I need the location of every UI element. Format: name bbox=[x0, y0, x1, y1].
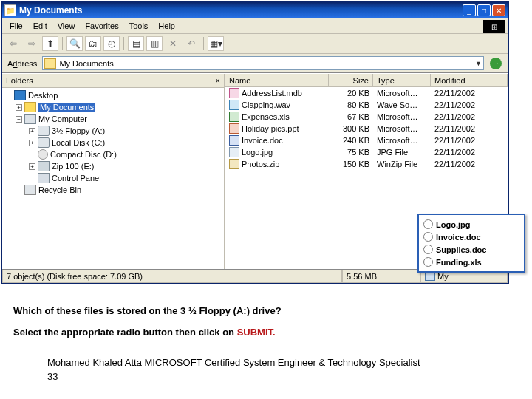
zip-drive-icon bbox=[38, 161, 50, 171]
menu-bar: File Edit View Favorites Tools Help ⊞ bbox=[2, 18, 508, 34]
answer-popup: Logo.jpgInvoice.docSupplies.docFunding.x… bbox=[417, 214, 525, 273]
delete-button[interactable]: ✕ bbox=[165, 36, 181, 51]
undo-button[interactable]: ↶ bbox=[183, 36, 200, 51]
history-button[interactable]: ◴ bbox=[103, 36, 120, 51]
menu-view[interactable]: View bbox=[53, 20, 80, 32]
table-row[interactable]: Logo.jpg75 KBJPG File22/11/2002 bbox=[225, 146, 508, 158]
file-icon bbox=[229, 88, 239, 98]
status-totalsize: 5.56 MB bbox=[342, 270, 420, 283]
go-icon: → bbox=[490, 58, 502, 69]
computer-icon bbox=[24, 114, 36, 124]
footer-text: Mohamed Khaled Atta MICROSOFT Certified … bbox=[47, 357, 532, 368]
title-bar[interactable]: 📁 My Documents _ □ ✕ bbox=[2, 2, 508, 18]
radio-input[interactable] bbox=[423, 219, 433, 229]
file-icon bbox=[229, 135, 239, 146]
folder-icon: 📁 bbox=[4, 4, 16, 16]
folder-icon bbox=[44, 58, 56, 69]
menu-help[interactable]: Help bbox=[154, 20, 180, 32]
computer-icon bbox=[425, 272, 435, 281]
folders-button[interactable]: 🗂 bbox=[85, 36, 101, 51]
tree-my-documents[interactable]: +My Documents bbox=[4, 101, 222, 113]
file-icon bbox=[229, 123, 239, 134]
cd-icon bbox=[38, 149, 48, 160]
close-button[interactable]: ✕ bbox=[492, 4, 505, 16]
table-row[interactable]: Clapping.wav80 KBWave So…22/11/2002 bbox=[225, 99, 508, 111]
recycle-bin-icon bbox=[24, 185, 36, 195]
radio-option[interactable]: Supplies.doc bbox=[423, 243, 519, 256]
tree-control-panel[interactable]: Control Panel bbox=[4, 172, 222, 184]
go-button[interactable]: → bbox=[487, 58, 505, 69]
tree-zip[interactable]: +Zip 100 (E:) bbox=[4, 160, 222, 172]
dropdown-icon[interactable]: ▼ bbox=[475, 60, 482, 67]
tree-local-disk[interactable]: +Local Disk (C:) bbox=[4, 137, 222, 149]
page-number: 33 bbox=[47, 368, 532, 382]
table-row[interactable]: AddressList.mdb20 KBMicrosoft…22/11/2002 bbox=[225, 87, 508, 99]
file-icon bbox=[229, 159, 239, 169]
folder-tree[interactable]: Desktop +My Documents −My Computer +3½ F… bbox=[2, 88, 224, 269]
search-button[interactable]: 🔍 bbox=[66, 36, 83, 51]
radio-input[interactable] bbox=[423, 245, 433, 254]
back-button[interactable]: ⇦ bbox=[5, 36, 21, 51]
table-row[interactable]: Invoice.doc240 KBMicrosoft…22/11/2002 bbox=[225, 134, 508, 146]
menu-tools[interactable]: Tools bbox=[125, 20, 153, 32]
up-button[interactable]: ⬆ bbox=[42, 36, 58, 51]
status-objects: 7 object(s) (Disk free space: 7.09 GB) bbox=[2, 270, 342, 283]
file-icon bbox=[229, 112, 239, 122]
menu-file[interactable]: File bbox=[5, 20, 27, 32]
address-bar: Address My Documents ▼ → bbox=[2, 54, 508, 73]
col-size[interactable]: Size bbox=[329, 74, 373, 86]
footer: Mohamed Khaled Atta MICROSOFT Certified … bbox=[0, 338, 532, 382]
minimize-button[interactable]: _ bbox=[463, 4, 476, 16]
column-headers[interactable]: Name Size Type Modified bbox=[225, 74, 508, 87]
desktop-icon bbox=[14, 90, 26, 100]
floppy-icon bbox=[38, 126, 50, 136]
views-button[interactable]: ▦▾ bbox=[208, 36, 224, 51]
col-name[interactable]: Name bbox=[225, 74, 329, 86]
radio-option[interactable]: Funding.xls bbox=[423, 256, 519, 268]
question-block: Which of these files is stored on the 3 … bbox=[0, 284, 532, 338]
file-icon bbox=[229, 100, 239, 110]
folders-header: Folders bbox=[6, 76, 216, 85]
tree-my-computer[interactable]: −My Computer bbox=[4, 113, 222, 125]
col-modified[interactable]: Modified bbox=[431, 74, 508, 86]
menu-edit[interactable]: Edit bbox=[29, 20, 52, 32]
question-line2: Select the appropriate radio button then… bbox=[13, 327, 532, 338]
table-row[interactable]: Holiday pics.ppt300 KBMicrosoft…22/11/20… bbox=[225, 123, 508, 134]
tree-desktop[interactable]: Desktop bbox=[4, 89, 222, 101]
tree-floppy[interactable]: +3½ Floppy (A:) bbox=[4, 125, 222, 137]
col-type[interactable]: Type bbox=[373, 74, 431, 86]
tree-recycle-bin[interactable]: Recycle Bin bbox=[4, 184, 222, 196]
close-pane-button[interactable]: × bbox=[216, 76, 220, 85]
radio-input[interactable] bbox=[423, 232, 433, 242]
address-value: My Documents bbox=[59, 59, 113, 68]
maximize-button[interactable]: □ bbox=[477, 4, 491, 16]
move-button[interactable]: ▤ bbox=[128, 36, 144, 51]
window-title: My Documents bbox=[19, 5, 463, 16]
control-panel-icon bbox=[38, 173, 50, 183]
table-row[interactable]: Expenses.xls67 KBMicrosoft…22/11/2002 bbox=[225, 111, 508, 123]
drive-icon bbox=[38, 137, 50, 148]
radio-option[interactable]: Invoice.doc bbox=[423, 231, 519, 243]
question-line1: Which of these files is stored on the 3 … bbox=[13, 305, 532, 316]
folder-icon bbox=[24, 102, 36, 112]
menu-favorites[interactable]: Favorites bbox=[81, 20, 123, 32]
tree-cd[interactable]: Compact Disc (D:) bbox=[4, 149, 222, 160]
folders-pane: Folders × Desktop +My Documents −My Comp… bbox=[2, 74, 225, 269]
copy-button[interactable]: ▥ bbox=[146, 36, 163, 51]
windows-logo-icon: ⊞ bbox=[483, 20, 505, 33]
toolbar: ⇦ ⇨ ⬆ 🔍 🗂 ◴ ▤ ▥ ✕ ↶ ▦▾ bbox=[2, 34, 508, 54]
file-icon bbox=[229, 147, 239, 157]
table-row[interactable]: Photos.zip150 KBWinZip File22/11/2002 bbox=[225, 158, 508, 170]
radio-option[interactable]: Logo.jpg bbox=[423, 218, 519, 231]
forward-button: ⇨ bbox=[24, 36, 40, 51]
address-field[interactable]: My Documents ▼ bbox=[42, 56, 484, 70]
address-label: Address bbox=[5, 59, 39, 68]
radio-input[interactable] bbox=[423, 257, 433, 267]
